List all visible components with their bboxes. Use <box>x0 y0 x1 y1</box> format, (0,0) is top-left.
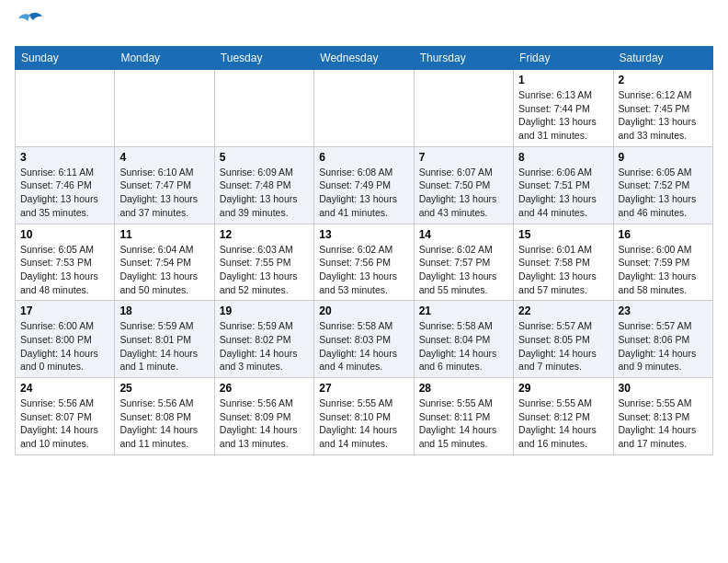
calendar-cell: 17Sunrise: 6:00 AM Sunset: 8:00 PM Dayli… <box>16 301 115 378</box>
calendar-cell: 25Sunrise: 5:56 AM Sunset: 8:08 PM Dayli… <box>115 378 214 455</box>
calendar-cell: 2Sunrise: 6:12 AM Sunset: 7:45 PM Daylig… <box>613 70 712 147</box>
day-number: 13 <box>319 228 408 241</box>
calendar-cell: 16Sunrise: 6:00 AM Sunset: 7:59 PM Dayli… <box>613 224 712 301</box>
day-number: 11 <box>119 228 209 241</box>
calendar-cell: 7Sunrise: 6:07 AM Sunset: 7:50 PM Daylig… <box>414 146 513 224</box>
calendar-cell <box>314 70 414 147</box>
calendar-cell: 14Sunrise: 6:02 AM Sunset: 7:57 PM Dayli… <box>414 224 513 301</box>
week-row-2: 3Sunrise: 6:11 AM Sunset: 7:46 PM Daylig… <box>16 146 713 224</box>
calendar-header: SundayMondayTuesdayWednesdayThursdayFrid… <box>16 47 713 70</box>
bird-icon <box>17 11 42 35</box>
day-info: Sunrise: 6:00 AM Sunset: 7:59 PM Dayligh… <box>619 243 708 297</box>
calendar-cell: 26Sunrise: 5:56 AM Sunset: 8:09 PM Dayli… <box>214 378 313 455</box>
calendar-cell: 1Sunrise: 6:13 AM Sunset: 7:44 PM Daylig… <box>514 70 613 147</box>
day-number: 19 <box>220 304 309 317</box>
day-info: Sunrise: 5:56 AM Sunset: 8:09 PM Dayligh… <box>220 396 309 451</box>
day-info: Sunrise: 6:06 AM Sunset: 7:51 PM Dayligh… <box>518 166 608 220</box>
calendar-cell: 9Sunrise: 6:05 AM Sunset: 7:52 PM Daylig… <box>613 146 712 224</box>
day-info: Sunrise: 6:02 AM Sunset: 7:57 PM Dayligh… <box>419 243 508 297</box>
calendar-cell: 23Sunrise: 5:57 AM Sunset: 8:06 PM Dayli… <box>613 301 712 378</box>
calendar-cell: 3Sunrise: 6:11 AM Sunset: 7:46 PM Daylig… <box>16 146 115 224</box>
day-number: 9 <box>619 151 708 164</box>
day-info: Sunrise: 6:11 AM Sunset: 7:46 PM Dayligh… <box>20 166 109 220</box>
day-info: Sunrise: 5:59 AM Sunset: 8:01 PM Dayligh… <box>119 319 209 373</box>
header-row: SundayMondayTuesdayWednesdayThursdayFrid… <box>16 47 713 70</box>
day-number: 12 <box>220 228 309 241</box>
day-info: Sunrise: 6:03 AM Sunset: 7:55 PM Dayligh… <box>220 243 309 297</box>
day-info: Sunrise: 6:05 AM Sunset: 7:53 PM Dayligh… <box>20 243 109 297</box>
calendar-cell: 27Sunrise: 5:55 AM Sunset: 8:10 PM Dayli… <box>314 378 414 455</box>
day-number: 22 <box>518 304 608 317</box>
day-number: 14 <box>419 228 508 241</box>
week-row-4: 17Sunrise: 6:00 AM Sunset: 8:00 PM Dayli… <box>16 301 713 378</box>
calendar-table: SundayMondayTuesdayWednesdayThursdayFrid… <box>15 46 713 455</box>
day-number: 27 <box>319 382 408 395</box>
day-number: 20 <box>319 304 408 317</box>
day-info: Sunrise: 6:01 AM Sunset: 7:58 PM Dayligh… <box>518 243 608 297</box>
day-number: 1 <box>518 74 608 86</box>
column-header-thursday: Thursday <box>414 47 513 70</box>
day-info: Sunrise: 6:08 AM Sunset: 7:49 PM Dayligh… <box>319 166 408 220</box>
calendar-cell: 28Sunrise: 5:55 AM Sunset: 8:11 PM Dayli… <box>414 378 513 455</box>
calendar-cell: 4Sunrise: 6:10 AM Sunset: 7:47 PM Daylig… <box>115 146 214 224</box>
calendar-cell: 29Sunrise: 5:55 AM Sunset: 8:12 PM Dayli… <box>514 378 613 455</box>
column-header-sunday: Sunday <box>16 47 115 70</box>
day-number: 10 <box>20 228 109 241</box>
calendar-cell: 6Sunrise: 6:08 AM Sunset: 7:49 PM Daylig… <box>314 146 414 224</box>
day-number: 3 <box>20 151 109 164</box>
calendar-cell: 13Sunrise: 6:02 AM Sunset: 7:56 PM Dayli… <box>314 224 414 301</box>
day-number: 8 <box>518 151 608 164</box>
calendar-cell: 5Sunrise: 6:09 AM Sunset: 7:48 PM Daylig… <box>214 146 313 224</box>
calendar-cell: 24Sunrise: 5:56 AM Sunset: 8:07 PM Dayli… <box>16 378 115 455</box>
day-number: 5 <box>220 151 309 164</box>
day-info: Sunrise: 6:00 AM Sunset: 8:00 PM Dayligh… <box>20 319 109 373</box>
day-info: Sunrise: 6:09 AM Sunset: 7:48 PM Dayligh… <box>220 166 309 220</box>
day-info: Sunrise: 6:02 AM Sunset: 7:56 PM Dayligh… <box>319 243 408 297</box>
calendar-cell: 19Sunrise: 5:59 AM Sunset: 8:02 PM Dayli… <box>214 301 313 378</box>
day-number: 2 <box>619 74 708 86</box>
day-info: Sunrise: 6:04 AM Sunset: 7:54 PM Dayligh… <box>119 243 209 297</box>
day-info: Sunrise: 6:07 AM Sunset: 7:50 PM Dayligh… <box>419 166 508 220</box>
day-number: 7 <box>419 151 508 164</box>
calendar-cell: 12Sunrise: 6:03 AM Sunset: 7:55 PM Dayli… <box>214 224 313 301</box>
column-header-monday: Monday <box>115 47 214 70</box>
day-info: Sunrise: 5:56 AM Sunset: 8:08 PM Dayligh… <box>119 396 209 451</box>
day-info: Sunrise: 5:55 AM Sunset: 8:11 PM Dayligh… <box>419 396 508 451</box>
logo <box>15 15 42 35</box>
calendar-cell <box>115 70 214 147</box>
calendar-cell: 15Sunrise: 6:01 AM Sunset: 7:58 PM Dayli… <box>514 224 613 301</box>
day-number: 4 <box>119 151 209 164</box>
calendar-cell <box>414 70 513 147</box>
day-info: Sunrise: 6:05 AM Sunset: 7:52 PM Dayligh… <box>619 166 708 220</box>
calendar-cell: 20Sunrise: 5:58 AM Sunset: 8:03 PM Dayli… <box>314 301 414 378</box>
calendar-cell: 30Sunrise: 5:55 AM Sunset: 8:13 PM Dayli… <box>613 378 712 455</box>
calendar-cell: 21Sunrise: 5:58 AM Sunset: 8:04 PM Dayli… <box>414 301 513 378</box>
calendar-cell: 22Sunrise: 5:57 AM Sunset: 8:05 PM Dayli… <box>514 301 613 378</box>
day-number: 23 <box>619 304 708 317</box>
calendar-cell <box>214 70 313 147</box>
day-number: 25 <box>119 382 209 395</box>
day-number: 29 <box>518 382 608 395</box>
column-header-friday: Friday <box>514 47 613 70</box>
day-info: Sunrise: 5:55 AM Sunset: 8:10 PM Dayligh… <box>319 396 408 451</box>
day-info: Sunrise: 5:57 AM Sunset: 8:06 PM Dayligh… <box>619 319 708 373</box>
day-number: 30 <box>619 382 708 395</box>
week-row-1: 1Sunrise: 6:13 AM Sunset: 7:44 PM Daylig… <box>16 70 713 147</box>
day-number: 24 <box>20 382 109 395</box>
day-info: Sunrise: 5:55 AM Sunset: 8:12 PM Dayligh… <box>518 396 608 451</box>
day-number: 21 <box>419 304 508 317</box>
page-header <box>15 15 713 35</box>
calendar-cell: 18Sunrise: 5:59 AM Sunset: 8:01 PM Dayli… <box>115 301 214 378</box>
day-number: 6 <box>319 151 408 164</box>
day-info: Sunrise: 5:56 AM Sunset: 8:07 PM Dayligh… <box>20 396 109 451</box>
calendar-cell: 8Sunrise: 6:06 AM Sunset: 7:51 PM Daylig… <box>514 146 613 224</box>
column-header-wednesday: Wednesday <box>314 47 414 70</box>
day-number: 17 <box>20 304 109 317</box>
day-number: 26 <box>220 382 309 395</box>
calendar-body: 1Sunrise: 6:13 AM Sunset: 7:44 PM Daylig… <box>16 70 713 455</box>
day-info: Sunrise: 5:57 AM Sunset: 8:05 PM Dayligh… <box>518 319 608 373</box>
column-header-tuesday: Tuesday <box>214 47 313 70</box>
column-header-saturday: Saturday <box>613 47 712 70</box>
calendar-cell: 10Sunrise: 6:05 AM Sunset: 7:53 PM Dayli… <box>16 224 115 301</box>
calendar-cell: 11Sunrise: 6:04 AM Sunset: 7:54 PM Dayli… <box>115 224 214 301</box>
